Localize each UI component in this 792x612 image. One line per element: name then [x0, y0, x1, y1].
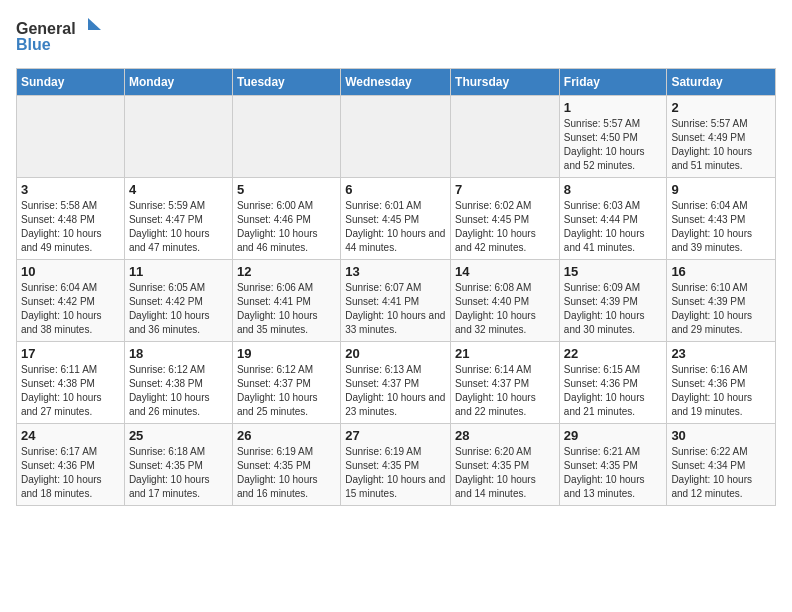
day-info: Sunrise: 6:22 AMSunset: 4:34 PMDaylight:…: [671, 445, 771, 501]
day-info: Sunrise: 6:05 AMSunset: 4:42 PMDaylight:…: [129, 281, 228, 337]
calendar-cell: [17, 96, 125, 178]
day-info: Sunrise: 6:12 AMSunset: 4:38 PMDaylight:…: [129, 363, 228, 419]
calendar-cell: 27Sunrise: 6:19 AMSunset: 4:35 PMDayligh…: [341, 424, 451, 506]
day-number: 24: [21, 428, 120, 443]
weekday-header-thursday: Thursday: [451, 69, 560, 96]
svg-marker-1: [88, 18, 101, 30]
calendar-cell: 13Sunrise: 6:07 AMSunset: 4:41 PMDayligh…: [341, 260, 451, 342]
calendar-cell: 28Sunrise: 6:20 AMSunset: 4:35 PMDayligh…: [451, 424, 560, 506]
day-number: 1: [564, 100, 663, 115]
day-info: Sunrise: 6:00 AMSunset: 4:46 PMDaylight:…: [237, 199, 336, 255]
day-number: 10: [21, 264, 120, 279]
calendar-cell: 10Sunrise: 6:04 AMSunset: 4:42 PMDayligh…: [17, 260, 125, 342]
day-info: Sunrise: 5:57 AMSunset: 4:49 PMDaylight:…: [671, 117, 771, 173]
day-info: Sunrise: 5:57 AMSunset: 4:50 PMDaylight:…: [564, 117, 663, 173]
day-number: 8: [564, 182, 663, 197]
day-number: 15: [564, 264, 663, 279]
day-number: 27: [345, 428, 446, 443]
calendar-cell: 12Sunrise: 6:06 AMSunset: 4:41 PMDayligh…: [232, 260, 340, 342]
calendar-cell: 19Sunrise: 6:12 AMSunset: 4:37 PMDayligh…: [232, 342, 340, 424]
weekday-header-sunday: Sunday: [17, 69, 125, 96]
calendar-cell: [451, 96, 560, 178]
svg-text:Blue: Blue: [16, 36, 51, 53]
weekday-row: SundayMondayTuesdayWednesdayThursdayFrid…: [17, 69, 776, 96]
calendar-cell: 29Sunrise: 6:21 AMSunset: 4:35 PMDayligh…: [559, 424, 667, 506]
day-number: 19: [237, 346, 336, 361]
day-info: Sunrise: 6:18 AMSunset: 4:35 PMDaylight:…: [129, 445, 228, 501]
calendar-cell: 22Sunrise: 6:15 AMSunset: 4:36 PMDayligh…: [559, 342, 667, 424]
day-number: 23: [671, 346, 771, 361]
day-number: 5: [237, 182, 336, 197]
calendar-cell: 3Sunrise: 5:58 AMSunset: 4:48 PMDaylight…: [17, 178, 125, 260]
calendar-cell: 15Sunrise: 6:09 AMSunset: 4:39 PMDayligh…: [559, 260, 667, 342]
calendar-cell: 14Sunrise: 6:08 AMSunset: 4:40 PMDayligh…: [451, 260, 560, 342]
day-info: Sunrise: 6:11 AMSunset: 4:38 PMDaylight:…: [21, 363, 120, 419]
day-info: Sunrise: 6:19 AMSunset: 4:35 PMDaylight:…: [345, 445, 446, 501]
calendar-week-2: 3Sunrise: 5:58 AMSunset: 4:48 PMDaylight…: [17, 178, 776, 260]
day-number: 21: [455, 346, 555, 361]
logo-svg: GeneralBlue: [16, 16, 106, 56]
weekday-header-monday: Monday: [124, 69, 232, 96]
day-info: Sunrise: 6:03 AMSunset: 4:44 PMDaylight:…: [564, 199, 663, 255]
calendar-cell: [341, 96, 451, 178]
day-info: Sunrise: 6:15 AMSunset: 4:36 PMDaylight:…: [564, 363, 663, 419]
day-info: Sunrise: 6:21 AMSunset: 4:35 PMDaylight:…: [564, 445, 663, 501]
day-number: 17: [21, 346, 120, 361]
calendar-week-5: 24Sunrise: 6:17 AMSunset: 4:36 PMDayligh…: [17, 424, 776, 506]
day-info: Sunrise: 5:58 AMSunset: 4:48 PMDaylight:…: [21, 199, 120, 255]
weekday-header-friday: Friday: [559, 69, 667, 96]
calendar-cell: 17Sunrise: 6:11 AMSunset: 4:38 PMDayligh…: [17, 342, 125, 424]
calendar-cell: 7Sunrise: 6:02 AMSunset: 4:45 PMDaylight…: [451, 178, 560, 260]
day-number: 29: [564, 428, 663, 443]
day-number: 28: [455, 428, 555, 443]
calendar-cell: 25Sunrise: 6:18 AMSunset: 4:35 PMDayligh…: [124, 424, 232, 506]
calendar-cell: 23Sunrise: 6:16 AMSunset: 4:36 PMDayligh…: [667, 342, 776, 424]
page-header: GeneralBlue: [16, 16, 776, 56]
day-number: 18: [129, 346, 228, 361]
day-info: Sunrise: 6:04 AMSunset: 4:43 PMDaylight:…: [671, 199, 771, 255]
day-info: Sunrise: 6:20 AMSunset: 4:35 PMDaylight:…: [455, 445, 555, 501]
day-number: 26: [237, 428, 336, 443]
calendar-cell: 18Sunrise: 6:12 AMSunset: 4:38 PMDayligh…: [124, 342, 232, 424]
day-info: Sunrise: 6:10 AMSunset: 4:39 PMDaylight:…: [671, 281, 771, 337]
day-number: 9: [671, 182, 771, 197]
weekday-header-wednesday: Wednesday: [341, 69, 451, 96]
day-info: Sunrise: 6:13 AMSunset: 4:37 PMDaylight:…: [345, 363, 446, 419]
calendar-body: 1Sunrise: 5:57 AMSunset: 4:50 PMDaylight…: [17, 96, 776, 506]
svg-text:General: General: [16, 20, 76, 37]
day-info: Sunrise: 6:06 AMSunset: 4:41 PMDaylight:…: [237, 281, 336, 337]
calendar-cell: 1Sunrise: 5:57 AMSunset: 4:50 PMDaylight…: [559, 96, 667, 178]
day-info: Sunrise: 6:19 AMSunset: 4:35 PMDaylight:…: [237, 445, 336, 501]
calendar-cell: 20Sunrise: 6:13 AMSunset: 4:37 PMDayligh…: [341, 342, 451, 424]
calendar-week-1: 1Sunrise: 5:57 AMSunset: 4:50 PMDaylight…: [17, 96, 776, 178]
day-number: 6: [345, 182, 446, 197]
day-info: Sunrise: 6:09 AMSunset: 4:39 PMDaylight:…: [564, 281, 663, 337]
calendar-cell: 4Sunrise: 5:59 AMSunset: 4:47 PMDaylight…: [124, 178, 232, 260]
calendar-cell: 8Sunrise: 6:03 AMSunset: 4:44 PMDaylight…: [559, 178, 667, 260]
day-info: Sunrise: 6:01 AMSunset: 4:45 PMDaylight:…: [345, 199, 446, 255]
day-info: Sunrise: 6:08 AMSunset: 4:40 PMDaylight:…: [455, 281, 555, 337]
calendar-cell: [232, 96, 340, 178]
day-number: 25: [129, 428, 228, 443]
day-number: 14: [455, 264, 555, 279]
calendar-cell: 21Sunrise: 6:14 AMSunset: 4:37 PMDayligh…: [451, 342, 560, 424]
day-info: Sunrise: 5:59 AMSunset: 4:47 PMDaylight:…: [129, 199, 228, 255]
day-number: 22: [564, 346, 663, 361]
day-number: 3: [21, 182, 120, 197]
calendar-cell: 16Sunrise: 6:10 AMSunset: 4:39 PMDayligh…: [667, 260, 776, 342]
calendar-cell: 9Sunrise: 6:04 AMSunset: 4:43 PMDaylight…: [667, 178, 776, 260]
weekday-header-tuesday: Tuesday: [232, 69, 340, 96]
day-info: Sunrise: 6:16 AMSunset: 4:36 PMDaylight:…: [671, 363, 771, 419]
calendar-cell: 5Sunrise: 6:00 AMSunset: 4:46 PMDaylight…: [232, 178, 340, 260]
day-number: 20: [345, 346, 446, 361]
day-info: Sunrise: 6:17 AMSunset: 4:36 PMDaylight:…: [21, 445, 120, 501]
calendar-cell: 2Sunrise: 5:57 AMSunset: 4:49 PMDaylight…: [667, 96, 776, 178]
day-info: Sunrise: 6:12 AMSunset: 4:37 PMDaylight:…: [237, 363, 336, 419]
day-number: 7: [455, 182, 555, 197]
calendar-cell: 11Sunrise: 6:05 AMSunset: 4:42 PMDayligh…: [124, 260, 232, 342]
calendar-header: SundayMondayTuesdayWednesdayThursdayFrid…: [17, 69, 776, 96]
calendar-week-3: 10Sunrise: 6:04 AMSunset: 4:42 PMDayligh…: [17, 260, 776, 342]
calendar-table: SundayMondayTuesdayWednesdayThursdayFrid…: [16, 68, 776, 506]
weekday-header-saturday: Saturday: [667, 69, 776, 96]
day-number: 13: [345, 264, 446, 279]
